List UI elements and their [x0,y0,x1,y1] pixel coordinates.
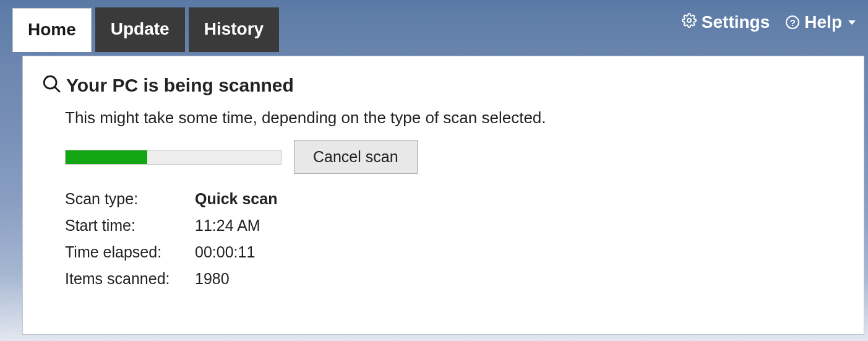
help-icon: ? [786,15,799,29]
tab-update[interactable]: Update [95,7,185,52]
time-elapsed-value: 00:00:11 [195,243,255,261]
main-panel: Your PC is being scanned This might take… [22,56,864,335]
gear-icon [682,12,697,32]
start-time-value: 11:24 AM [195,217,260,235]
scan-type-label: Scan type: [65,190,195,208]
start-time-label: Start time: [65,217,195,235]
chevron-down-icon [848,20,856,25]
svg-line-2 [54,87,60,92]
scan-type-value: Quick scan [195,190,277,208]
scan-progress-bar [65,150,281,165]
items-scanned-value: 1980 [195,270,230,288]
items-scanned-label: Items scanned: [65,270,195,288]
tab-history[interactable]: History [189,7,279,52]
help-label: Help [804,12,842,32]
scan-subtext: This might take some time, depending on … [65,108,845,127]
settings-link[interactable]: Settings [682,12,770,32]
scan-heading: Your PC is being scanned [66,75,294,96]
svg-point-1 [44,76,56,88]
time-elapsed-label: Time elapsed: [65,243,195,261]
cancel-scan-button[interactable]: Cancel scan [294,140,418,174]
settings-label: Settings [702,12,770,32]
svg-point-0 [687,19,691,22]
search-icon [41,74,62,97]
scan-progress-fill [66,150,147,164]
help-link[interactable]: ? Help [786,12,856,32]
tab-home[interactable]: Home [12,8,92,52]
